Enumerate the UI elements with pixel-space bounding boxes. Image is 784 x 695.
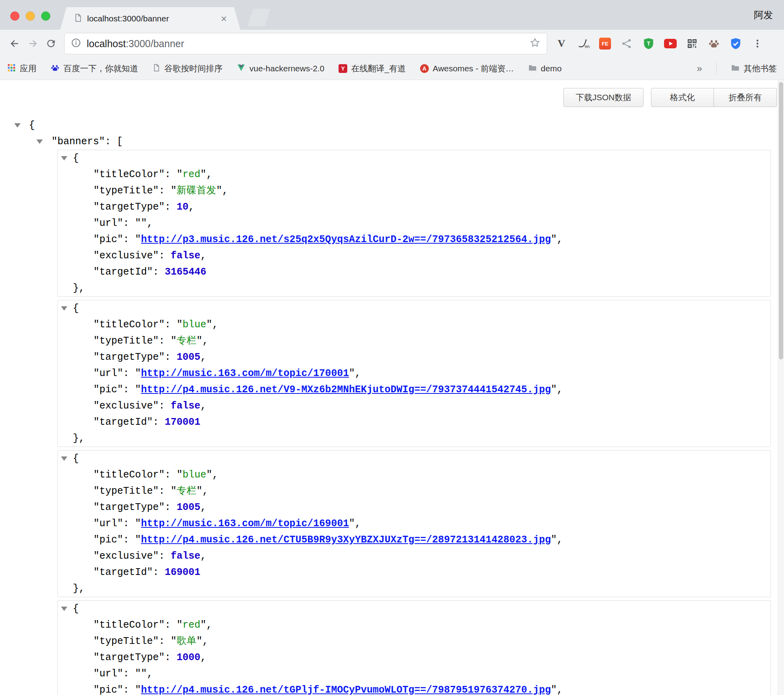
collapse-toggle-icon[interactable] bbox=[61, 156, 67, 160]
json-punctuation: " bbox=[177, 319, 183, 330]
json-punctuation: " bbox=[135, 384, 141, 395]
bookmark-awesomes[interactable]: A Awesomes - 前端资… bbox=[420, 63, 514, 74]
json-property: "targetType": 1005, bbox=[58, 499, 771, 516]
bookmark-youdao-translate[interactable]: Y 在线翻译_有道 bbox=[339, 63, 406, 74]
json-url-link[interactable]: http://p4.music.126.net/V9-MXz6b2MNhEKju… bbox=[141, 384, 551, 395]
json-punctuation: , bbox=[557, 234, 563, 245]
format-button[interactable]: 格式化 bbox=[651, 88, 714, 107]
org-chart-extension-icon[interactable] bbox=[620, 36, 634, 51]
json-property: "targetType": 10, bbox=[58, 199, 771, 215]
bookmark-star-icon[interactable] bbox=[529, 37, 540, 50]
browser-tab[interactable]: localhost:3000/banner × bbox=[60, 7, 240, 30]
json-url-link[interactable]: http://music.163.com/m/topic/169001 bbox=[141, 518, 349, 529]
json-string-value: 专栏 bbox=[177, 485, 196, 497]
bookmark-baidu[interactable]: 百度一下，你就知道 bbox=[51, 63, 138, 74]
json-punctuation: : bbox=[123, 368, 135, 379]
collapse-toggle-icon[interactable] bbox=[14, 123, 21, 128]
json-key: "typeTitle" bbox=[93, 485, 159, 497]
browser-menu-icon[interactable] bbox=[750, 36, 765, 51]
fullscreen-window-button[interactable] bbox=[41, 11, 50, 21]
profile-name[interactable]: 阿发 bbox=[754, 9, 773, 21]
json-key: "banners" bbox=[51, 136, 105, 147]
json-punctuation: " bbox=[551, 534, 557, 546]
json-punctuation: , bbox=[202, 485, 208, 497]
json-url-link[interactable]: http://p3.music.126.net/s25q2x5QyqsAzilC… bbox=[141, 234, 551, 245]
translate-extension-icon[interactable]: en bbox=[576, 36, 590, 51]
json-object-open: { bbox=[58, 150, 771, 166]
other-bookmarks[interactable]: 其他书签 bbox=[731, 63, 777, 74]
bookmark-label: Awesomes - 前端资… bbox=[433, 63, 514, 74]
address-bar[interactable]: localhost:3000/banner bbox=[64, 33, 547, 54]
json-property: "url": "", bbox=[58, 215, 771, 231]
browser-toolbar: localhost:3000/banner V en FE T bbox=[0, 30, 784, 57]
vue-icon bbox=[237, 63, 245, 74]
json-punctuation: " bbox=[551, 234, 557, 245]
json-key: "exclusive" bbox=[93, 550, 159, 562]
json-url-link[interactable]: http://p4.music.126.net/tGPljf-IMOCyPvum… bbox=[141, 684, 551, 695]
json-punctuation: , bbox=[206, 619, 212, 631]
close-window-button[interactable] bbox=[10, 11, 19, 21]
json-url-link[interactable]: http://p4.music.126.net/CTU5B9R9y3XyYBZX… bbox=[141, 534, 551, 546]
collapse-all-button[interactable]: 折叠所有 bbox=[714, 88, 777, 107]
json-object-open: { bbox=[58, 300, 771, 317]
bookmark-google-sort[interactable]: 谷歌按时间排序 bbox=[152, 63, 223, 74]
json-punctuation: , bbox=[206, 169, 212, 180]
bookmarks-overflow-chevron[interactable]: » bbox=[697, 63, 702, 74]
bookmark-demo-folder[interactable]: demo bbox=[528, 63, 562, 74]
json-punctuation: "" bbox=[135, 668, 147, 680]
url-text[interactable]: localhost:3000/banner bbox=[87, 38, 524, 50]
youdao-icon: Y bbox=[339, 64, 347, 73]
json-string-value: 新碟首发 bbox=[177, 185, 216, 197]
qr-code-extension-icon[interactable] bbox=[685, 36, 699, 51]
green-shield-extension-icon[interactable]: T bbox=[641, 36, 656, 51]
json-punctuation: " bbox=[551, 384, 557, 395]
json-punctuation: " bbox=[196, 335, 202, 347]
bookmark-vue-hackernews[interactable]: vue-hackernews-2.0 bbox=[237, 63, 324, 74]
json-punctuation: , bbox=[200, 502, 206, 513]
json-punctuation: " bbox=[216, 185, 222, 197]
json-array-open: "banners": [ bbox=[0, 134, 778, 150]
paw-extension-icon[interactable] bbox=[707, 36, 721, 51]
svg-text:en: en bbox=[585, 44, 590, 49]
bookmark-label: 应用 bbox=[20, 63, 36, 74]
collapse-toggle-icon[interactable] bbox=[61, 607, 67, 611]
back-button[interactable] bbox=[6, 34, 24, 53]
fehelper-extension-icon[interactable]: FE bbox=[598, 36, 612, 51]
collapse-toggle-icon[interactable] bbox=[61, 306, 67, 311]
json-key: "targetId" bbox=[93, 416, 153, 428]
json-punctuation: , bbox=[200, 351, 206, 363]
vimium-extension-icon[interactable]: V bbox=[554, 36, 569, 51]
page-info-icon[interactable] bbox=[71, 38, 81, 50]
vertical-scrollbar[interactable] bbox=[778, 80, 784, 695]
json-property: "typeTitle": "专栏", bbox=[58, 483, 771, 499]
json-punctuation: , bbox=[200, 250, 206, 262]
scrollbar-thumb[interactable] bbox=[779, 82, 783, 359]
bookmark-apps[interactable]: 应用 bbox=[7, 63, 36, 74]
json-key: "targetType" bbox=[93, 351, 165, 363]
json-root-open: { bbox=[0, 117, 778, 134]
json-punctuation: " bbox=[171, 485, 177, 497]
youtube-extension-icon[interactable] bbox=[663, 36, 677, 51]
download-json-button[interactable]: 下载JSON数据 bbox=[563, 88, 643, 107]
collapse-toggle-icon[interactable] bbox=[61, 456, 67, 461]
json-toolbar: 下载JSON数据 格式化 折叠所有 bbox=[563, 88, 777, 107]
tab-close-icon[interactable]: × bbox=[221, 13, 227, 24]
json-punctuation: , bbox=[557, 384, 563, 395]
collapse-toggle-icon[interactable] bbox=[36, 139, 43, 144]
json-url-link[interactable]: http://music.163.com/m/topic/170001 bbox=[141, 368, 349, 379]
json-punctuation: , bbox=[188, 201, 194, 213]
page-icon bbox=[152, 64, 160, 74]
reload-button[interactable] bbox=[42, 34, 60, 53]
json-punctuation: : bbox=[165, 351, 177, 363]
json-punctuation: " bbox=[206, 319, 212, 330]
json-object-box: {"titleColor": "blue","typeTitle": "专栏",… bbox=[57, 300, 771, 447]
json-punctuation: " bbox=[200, 169, 206, 180]
json-key: "exclusive" bbox=[93, 250, 159, 262]
json-property: "typeTitle": "新碟首发", bbox=[58, 183, 771, 199]
forward-button[interactable] bbox=[24, 34, 42, 53]
blue-shield-extension-icon[interactable] bbox=[729, 36, 743, 51]
json-string-value: blue bbox=[183, 469, 206, 481]
new-tab-button[interactable] bbox=[247, 9, 270, 26]
minimize-window-button[interactable] bbox=[26, 11, 35, 21]
json-punctuation: : bbox=[153, 416, 165, 428]
